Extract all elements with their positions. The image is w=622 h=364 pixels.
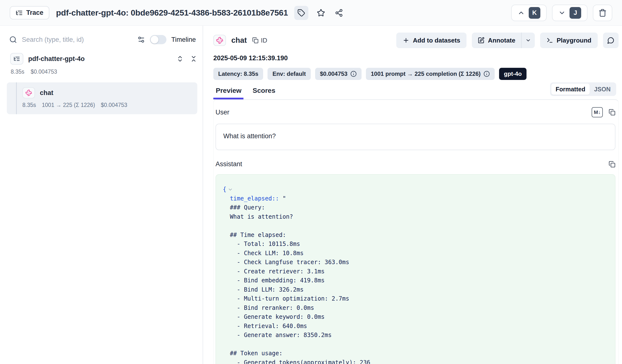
tag-icon [297,9,305,17]
share-button[interactable] [334,8,344,18]
search-icon [9,36,17,43]
model-badge: gpt-4o [499,68,526,80]
code-line: - Multi-turn optimization: 2.7ms [223,294,608,304]
view-settings-icon[interactable] [137,36,145,43]
observation-detail-panel: chat ID Add to datasets [203,26,622,364]
copy-id-button[interactable]: ID [252,37,267,44]
collapse-chevron-icon[interactable] [228,187,233,192]
code-line: What is attention? [223,212,608,222]
annotate-label: Annotate [488,37,515,44]
tab-scores[interactable]: Scores [253,87,275,99]
chat-latency: 8.35s [22,102,36,108]
markdown-toggle-icon[interactable]: M↓ [592,107,603,117]
page-title: pdf-chatter-gpt-4o: 0bde9629-4251-4386-b… [56,8,288,18]
expand-all-icon[interactable] [176,55,184,62]
user-section-header: User M↓ [215,107,615,117]
collapse-all-icon[interactable] [190,55,197,62]
trace-type-badge: Trace [10,6,49,19]
trace-latency: 8.35s [11,69,24,75]
comments-button[interactable] [603,33,619,48]
format-toggle: Formatted JSON [550,82,616,96]
observation-timestamp: 2025-05-09 12:15:39.190 [213,55,619,62]
trace-node-name: pdf-chatter-gpt-4o [28,55,85,63]
latency-badge: Latency: 8.35s [213,68,263,80]
cost-badge: $0.004753 [315,68,362,80]
list-tree-icon [16,9,23,17]
kbd-j: J [569,7,581,19]
trace-cost: $0.004753 [31,69,57,75]
metric-badges: Latency: 8.35s Env: default $0.004753 10… [213,68,619,80]
code-line: ## Time elapsed: [223,230,608,240]
toggle-knob [151,36,158,43]
star-button[interactable] [316,8,326,18]
user-message-box: What is attention? [215,124,615,150]
code-line: - Bind reranker: 0.0ms [223,304,608,313]
code-line: - Bind LLM: 326.2ms [223,285,608,294]
code-line: ### Query: [223,203,608,212]
code-line: - Check Langfuse tracer: 363.0ms [223,258,608,267]
code-line [223,340,608,349]
trace-badge-label: Trace [26,9,43,17]
annotate-dropdown-button[interactable] [521,33,535,48]
format-formatted-option[interactable]: Formatted [551,84,590,95]
playground-button[interactable]: Playground [540,33,598,48]
trace-tree-sidebar: Timeline pdf-chatter-gpt-4o 8.35s $0.004… [0,26,203,364]
square-pen-icon [478,37,485,44]
tree-node-trace[interactable]: pdf-chatter-gpt-4o [7,53,197,65]
code-line: - Create retriever: 3.1ms [223,267,608,276]
prev-trace-button[interactable]: K [511,5,547,21]
copy-icon[interactable] [609,109,615,116]
trace-node-metrics: 8.35s $0.004753 [7,69,197,75]
add-to-datasets-button[interactable]: Add to datasets [396,33,466,48]
observation-title: chat [231,36,247,45]
chat-cost: $0.004753 [101,102,127,108]
tag-button[interactable] [294,6,308,20]
chevron-down-icon [558,9,566,17]
io-preview-panel: User M↓ What is attention? Assistant [213,99,619,364]
tree-search-row: Timeline [7,32,197,53]
code-line: ## Token usage: [223,349,608,358]
add-to-datasets-label: Add to datasets [413,37,460,44]
code-line: { [223,185,608,194]
code-line: - Retrieval: 640.0ms [223,322,608,331]
id-label: ID [261,37,267,44]
copy-icon [252,37,258,43]
share-icon [335,9,343,17]
info-icon[interactable] [484,71,490,77]
next-trace-button[interactable]: J [552,5,587,21]
annotate-split-button: Annotate [472,33,535,48]
assistant-section-header: Assistant [215,160,615,168]
tree-node-chat-selected[interactable]: chat 8.35s 1001 → 225 (Σ 1226) $0.004753 [7,82,197,114]
terminal-icon [546,37,553,44]
star-icon [317,9,325,17]
chevron-down-icon [525,38,531,43]
env-badge: Env: default [268,68,311,80]
playground-label: Playground [557,37,591,44]
message-bubble-icon [607,37,614,44]
list-tree-icon [10,53,23,65]
timeline-toggle[interactable] [150,35,166,44]
chat-node-name: chat [40,89,54,97]
copy-icon[interactable] [609,161,615,168]
format-json-option[interactable]: JSON [590,84,615,95]
code-line: - Generated tokens(approximately): 236 [223,358,608,364]
observation-header: chat ID Add to datasets [213,33,619,48]
observation-actions: Add to datasets Annotate [396,33,619,48]
search-input[interactable] [22,36,132,43]
top-right-actions: K J [511,5,612,21]
assistant-code-box: { time_elapsed:: " ### Query: What is at… [215,174,615,364]
user-label: User [215,109,229,116]
tab-preview[interactable]: Preview [216,87,241,99]
delete-button[interactable] [593,5,612,21]
assistant-code: { time_elapsed:: " ### Query: What is at… [223,185,608,364]
info-icon[interactable] [350,71,357,77]
chevron-up-icon [518,9,525,17]
generation-fan-icon [22,87,35,98]
chat-tokens: 1001 → 225 (Σ 1226) [42,102,95,108]
assistant-label: Assistant [215,160,242,168]
annotate-button[interactable]: Annotate [472,33,521,48]
generation-fan-icon [213,35,226,46]
code-line: time_elapsed:: " [223,194,608,203]
code-line [223,221,608,230]
code-line: - Total: 10115.8ms [223,240,608,249]
